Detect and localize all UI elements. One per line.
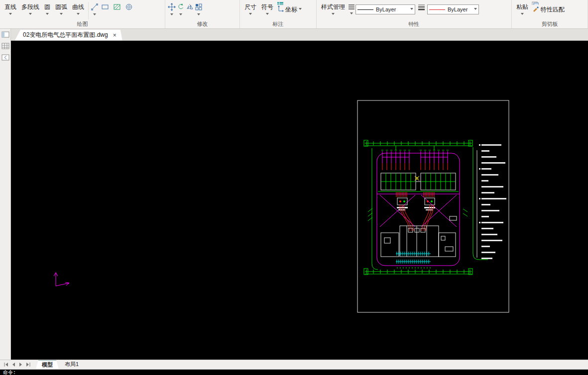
rotate-tool-button[interactable]: [177, 3, 185, 17]
ribbon-group-draw: 直线 多段线 圆 圆弧 曲线: [0, 0, 165, 28]
coordinate-tool[interactable]: 坐标: [276, 5, 303, 13]
rectangle-tool-button[interactable]: [100, 3, 111, 13]
polyline-tool[interactable]: 多段线: [19, 1, 42, 16]
clipped-tool-row[interactable]: [532, 0, 566, 5]
lineweight-stack-button[interactable]: [416, 3, 427, 13]
clipboard-stack: 特性匹配: [531, 1, 566, 13]
clipboard-group-label: 剪切板: [512, 20, 588, 28]
spline-tool[interactable]: 曲线: [70, 1, 87, 16]
dimension-tool[interactable]: 尺寸: [242, 1, 259, 16]
properties-group-label: 特性: [317, 20, 511, 28]
building-outline: [381, 216, 457, 257]
chevron-down-icon[interactable]: [266, 13, 269, 16]
tower-symbol: [415, 176, 419, 181]
command-prompt: 命令:: [3, 369, 16, 375]
hatch-icon: [113, 3, 121, 12]
annotate-tools: 尺寸 符号 坐标: [240, 0, 316, 20]
annotate-group-label: 标注: [240, 20, 316, 28]
next-layout-button[interactable]: [17, 361, 24, 368]
color-swatch-icon: [429, 9, 445, 10]
chevron-down-icon[interactable]: [474, 8, 477, 11]
pencil-draw-button[interactable]: [91, 3, 99, 17]
chevron-down-icon[interactable]: [410, 8, 413, 11]
spline-tool-label: 曲线: [72, 3, 84, 11]
chevron-down-icon[interactable]: [46, 13, 49, 16]
layer-menu-button[interactable]: [348, 3, 355, 16]
move-tool-button[interactable]: [168, 3, 176, 17]
chevron-down-icon[interactable]: [9, 13, 12, 16]
rotate-icon: [177, 3, 185, 13]
annotate-stack: 坐标: [276, 1, 303, 13]
site-boundary: [377, 153, 460, 266]
paper-frame: [357, 100, 509, 312]
command-line[interactable]: 命令:: [0, 369, 588, 375]
chevron-down-icon[interactable]: [77, 13, 80, 16]
chevron-down-icon[interactable]: [29, 13, 32, 16]
circle-tool-label: 圆: [44, 3, 50, 11]
chevron-down-icon[interactable]: [170, 13, 173, 17]
rectangle-icon: [101, 3, 109, 12]
panel-toggle-icon[interactable]: [1, 31, 9, 40]
chevron-down-icon[interactable]: [249, 13, 252, 16]
circle-tool[interactable]: 圆: [42, 1, 53, 16]
first-layout-button[interactable]: [2, 361, 9, 368]
style-manager-tool[interactable]: 样式管理: [319, 1, 348, 16]
layout-tab-bar: 模型 布局1: [0, 360, 588, 369]
color-value: ByLayer: [448, 6, 473, 12]
dimension-combs: [396, 252, 431, 269]
chevron-down-icon[interactable]: [299, 8, 302, 11]
separator: [88, 2, 89, 19]
paste-button[interactable]: 粘贴: [514, 1, 531, 16]
arc-tool[interactable]: 圆弧: [53, 1, 70, 16]
chevron-down-icon[interactable]: [332, 13, 335, 16]
color-combobox[interactable]: ByLayer: [427, 4, 479, 14]
model-space-canvas[interactable]: [11, 41, 588, 360]
collapse-panel-icon[interactable]: [1, 54, 9, 63]
layout-tabs: 模型 布局1: [36, 360, 85, 369]
paste-label: 粘贴: [516, 3, 528, 11]
mirror-icon: [186, 3, 194, 13]
clipped-tool-row[interactable]: [277, 0, 303, 5]
line-tool[interactable]: 直线: [2, 1, 19, 16]
chevron-down-icon[interactable]: [60, 13, 63, 16]
ribbon-group-annotate: 尺寸 符号 坐标: [240, 0, 317, 28]
close-icon[interactable]: ×: [112, 32, 118, 38]
hatch-tool-button[interactable]: [112, 3, 122, 13]
ribbon-group-modify: 修改: [165, 0, 240, 28]
match-properties-button[interactable]: 特性匹配: [531, 5, 566, 13]
linetype-combobox[interactable]: ByLayer: [355, 4, 415, 14]
mirror-tool-button[interactable]: [186, 3, 194, 13]
previous-layout-button[interactable]: [9, 361, 17, 368]
clipboard-tools: 粘贴 特性匹配: [512, 0, 588, 20]
array-icon: [195, 3, 203, 13]
line-tool-label: 直线: [4, 3, 16, 11]
chevron-down-icon[interactable]: [350, 12, 353, 16]
match-properties-brush-icon: [532, 5, 539, 13]
tab-layout1[interactable]: 布局1: [59, 360, 85, 369]
chevron-down-icon[interactable]: [93, 13, 96, 17]
properties-tools: 样式管理 ByLayer: [317, 0, 511, 20]
ribbon-toolbar: 直线 多段线 圆 圆弧 曲线: [0, 0, 588, 29]
ribbon-group-properties: 样式管理 ByLayer: [317, 0, 512, 28]
array-tool-button[interactable]: [195, 3, 203, 17]
chevron-down-icon[interactable]: [179, 13, 182, 17]
linetype-swatch-icon: [357, 9, 373, 10]
top-busbar: [364, 140, 472, 146]
chevron-down-icon[interactable]: [197, 13, 200, 17]
cad-drawing: [11, 41, 588, 360]
symbol-tool[interactable]: 符号: [259, 1, 276, 16]
pencil-icon: [91, 3, 99, 13]
style-manager-label: 样式管理: [321, 3, 345, 11]
linetype-value: ByLayer: [376, 6, 409, 12]
cad-application-window: 直线 多段线 圆 圆弧 曲线: [0, 0, 588, 375]
last-layout-button[interactable]: [24, 361, 32, 368]
document-tab[interactable]: 02变电所电气总平面布置图.dwg ×: [15, 30, 122, 40]
document-tab-title: 02变电所电气总平面布置图.dwg: [23, 31, 108, 39]
arc-tool-label: 圆弧: [55, 3, 67, 11]
menu-icon: [348, 3, 355, 12]
lineweight-icon: [418, 3, 425, 12]
chevron-down-icon[interactable]: [521, 13, 524, 16]
tab-model[interactable]: 模型: [36, 360, 59, 369]
grid-panel-icon[interactable]: [1, 42, 9, 51]
donut-tool-button[interactable]: [123, 3, 134, 13]
